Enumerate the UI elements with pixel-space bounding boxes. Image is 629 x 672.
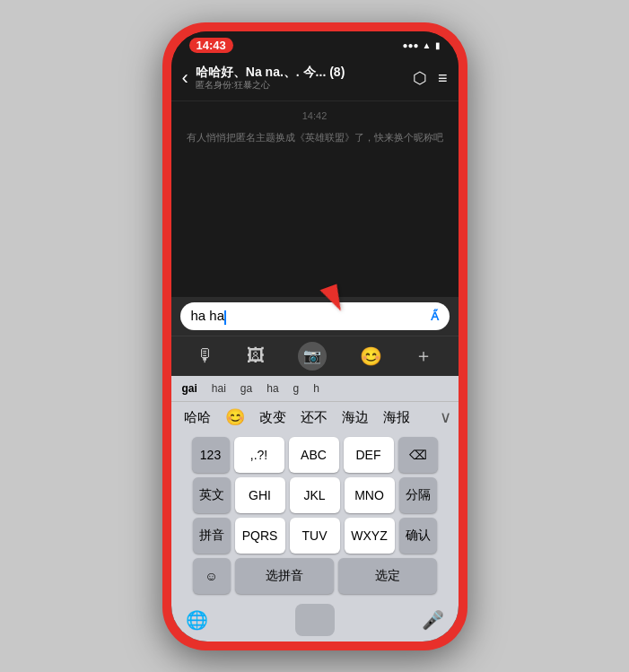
emoji-toolbar-icon[interactable]: 😊: [360, 345, 382, 367]
pinyin-item-h[interactable]: h: [310, 382, 323, 395]
globe-icon[interactable]: 🌐: [186, 609, 208, 631]
back-button[interactable]: ‹: [182, 66, 188, 90]
key-pinyin[interactable]: 拼音: [193, 518, 231, 554]
key-punctuation[interactable]: ,.?!: [234, 437, 284, 473]
battery-icon: ▮: [435, 40, 441, 50]
pinyin-item-gai[interactable]: gai: [179, 382, 201, 395]
nav-icons: ⬡ ≡: [413, 68, 448, 88]
status-icons: ●●● ▲ ▮: [402, 40, 440, 50]
key-abc[interactable]: ABC: [289, 437, 339, 473]
bookmark-icon[interactable]: ⬡: [413, 68, 427, 88]
status-time: 14:43: [189, 38, 233, 53]
chat-title: 哈哈好、Na na.、. 今... (8): [196, 65, 413, 80]
phone-screen: 14:43 ●●● ▲ ▮ ‹ 哈哈好、Na na.、. 今... (8) 匿名…: [171, 31, 459, 641]
plus-toolbar-icon[interactable]: ＋: [415, 344, 432, 368]
word-haha[interactable]: 哈哈: [179, 407, 216, 428]
key-select-pinyin[interactable]: 选拼音: [235, 558, 334, 594]
key-tuv[interactable]: TUV: [290, 518, 340, 554]
word-gaib[interactable]: 改变: [254, 407, 292, 428]
mic-icon[interactable]: 🎤: [422, 609, 444, 631]
key-pqrs[interactable]: PQRS: [235, 518, 285, 554]
key-ghi[interactable]: GHI: [235, 477, 285, 513]
key-mno[interactable]: MNO: [345, 477, 395, 513]
pinyin-item-hai[interactable]: hai: [208, 382, 230, 395]
chat-subtitle: 匿名身份:狂暴之心: [196, 79, 413, 92]
word-haibu[interactable]: 还不: [295, 407, 333, 428]
key-emoji-face[interactable]: ☺: [193, 558, 231, 594]
key-jkl[interactable]: JKL: [290, 477, 340, 513]
mic-toolbar-icon[interactable]: 🎙: [197, 345, 214, 366]
key-123[interactable]: 123: [192, 437, 230, 473]
top-nav: ‹ 哈哈好、Na na.、. 今... (8) 匿名身份:狂暴之心 ⬡ ≡: [171, 57, 459, 101]
nav-title-area: 哈哈好、Na na.、. 今... (8) 匿名身份:狂暴之心: [196, 65, 413, 92]
key-separator[interactable]: 分隔: [399, 477, 437, 513]
system-message: 有人悄悄把匿名主题换成《英雄联盟》了，快来换个昵称吧: [186, 130, 444, 145]
pinyin-bar: gai hai ga ha g h: [171, 376, 459, 401]
keyboard-row-3: 拼音 PQRS TUV WXYZ 确认: [175, 518, 455, 554]
keyboard-row-1: 123 ,.?! ABC DEF ⌫: [175, 437, 455, 473]
text-input-content[interactable]: ha ha: [191, 308, 431, 324]
menu-icon[interactable]: ≡: [438, 69, 448, 88]
bottom-bar: 🌐 🎤: [171, 602, 459, 641]
word-emoji[interactable]: 😊: [220, 406, 250, 429]
phone-frame: 14:43 ●●● ▲ ▮ ‹ 哈哈好、Na na.、. 今... (8) 匿名…: [162, 22, 467, 650]
camera-toolbar-icon[interactable]: 📷: [298, 342, 327, 371]
key-def[interactable]: DEF: [344, 437, 394, 473]
chat-timestamp: 14:42: [186, 110, 444, 121]
status-bar: 14:43 ●●● ▲ ▮: [171, 31, 459, 57]
image-toolbar-icon[interactable]: 🖼: [247, 345, 265, 366]
keyboard-row-2: 英文 GHI JKL MNO 分隔: [175, 477, 455, 513]
text-cursor: [224, 310, 226, 325]
space-key[interactable]: [295, 604, 335, 636]
wifi-icon: ▲: [423, 40, 432, 50]
keyboard: 123 ,.?! ABC DEF ⌫ 英文 GHI JKL MNO 分隔 拼音 …: [171, 433, 459, 602]
word-haibian[interactable]: 海边: [336, 407, 374, 428]
pinyin-item-ha[interactable]: ha: [263, 382, 282, 395]
pinyin-item-ga[interactable]: ga: [237, 382, 256, 395]
key-select[interactable]: 选定: [338, 558, 437, 594]
keyboard-row-4: ☺ 选拼音 选定: [175, 558, 455, 594]
key-confirm[interactable]: 确认: [399, 518, 437, 554]
text-input-wrap[interactable]: ha ha A̋: [180, 302, 450, 329]
word-haib2[interactable]: 海报: [378, 407, 415, 428]
chat-area: 14:42 有人悄悄把匿名主题换成《英雄联盟》了，快来换个昵称吧: [171, 101, 459, 298]
expand-suggestions-icon[interactable]: ∨: [440, 407, 451, 427]
pinyin-item-g[interactable]: g: [290, 382, 303, 395]
word-suggest-bar: 哈哈 😊 改变 还不 海边 海报 ∨: [171, 401, 459, 433]
input-bar: ha ha A̋: [171, 297, 459, 335]
signal-icon: ●●●: [402, 40, 418, 50]
key-english[interactable]: 英文: [193, 477, 231, 513]
input-aa-button[interactable]: A̋: [431, 310, 439, 323]
input-toolbar: 🎙 🖼 📷 😊 ＋: [171, 336, 459, 376]
key-wxyz[interactable]: WXYZ: [345, 518, 395, 554]
key-delete[interactable]: ⌫: [398, 437, 438, 473]
